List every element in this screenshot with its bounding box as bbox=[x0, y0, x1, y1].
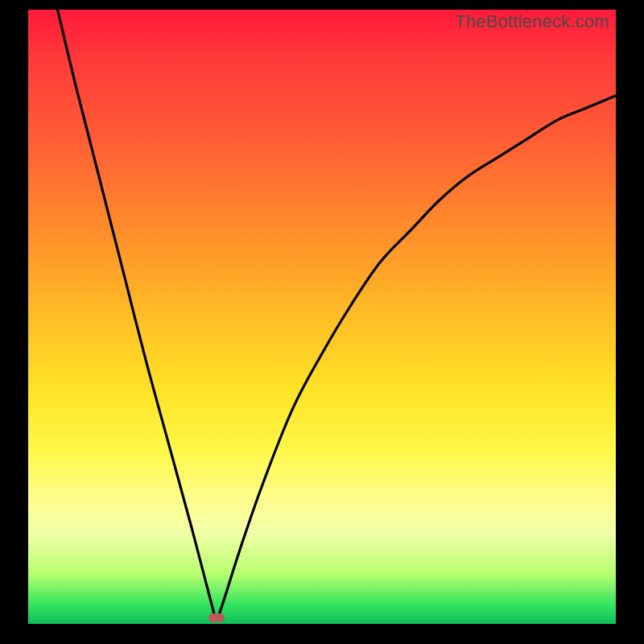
curve-svg bbox=[28, 10, 616, 624]
chart-container: TheBottleneck.com bbox=[0, 0, 644, 644]
watermark-text: TheBottleneck.com bbox=[455, 11, 609, 32]
curve-path bbox=[58, 10, 617, 618]
min-marker bbox=[208, 613, 225, 622]
plot-area: TheBottleneck.com bbox=[28, 10, 616, 624]
